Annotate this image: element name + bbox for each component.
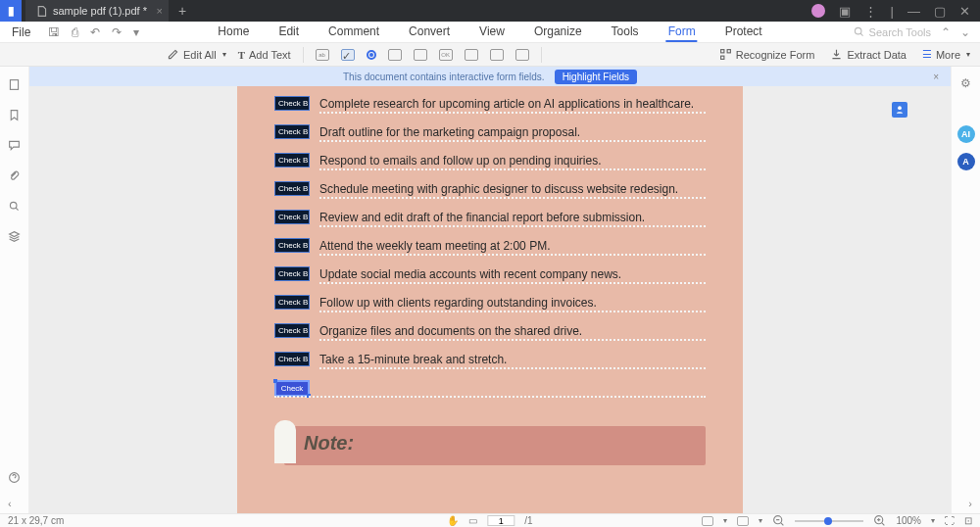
textfield-tool[interactable]: ab [316,49,329,61]
fullscreen-icon[interactable]: ⛶ [945,515,955,526]
highlight-fields-button[interactable]: Highlight Fields [555,70,637,84]
bookmarks-icon[interactable] [8,109,21,121]
comments-icon[interactable] [8,139,21,152]
checkbox-field[interactable]: Check B [274,295,310,310]
layers-icon[interactable] [8,230,21,243]
window-maximize-icon[interactable]: ▢ [934,4,946,19]
checkbox-field[interactable]: Check B [274,181,310,196]
tab-organize[interactable]: Organize [532,23,584,42]
ai-badge[interactable]: AI [957,125,975,143]
banner-close-icon[interactable]: × [933,72,939,82]
collapse-icon[interactable]: ⌄ [960,25,970,39]
checkbox-field[interactable]: Check B [274,96,310,111]
task-row-selected: Check [274,380,706,397]
quick-actions: 🖫 ⎙ ↶ ↷ ▾ [48,25,139,39]
search-tools[interactable]: Search Tools [853,25,931,38]
tab-view[interactable]: View [477,23,507,42]
tab-comment[interactable]: Comment [326,23,381,42]
extract-data-button[interactable]: Extract Data [830,48,906,61]
zoom-value[interactable]: 100% [896,515,921,526]
new-tab-button[interactable]: + [178,3,186,19]
tab-home[interactable]: Home [216,23,251,42]
checkbox-field[interactable]: Check B [274,238,310,253]
select-tool-icon[interactable]: ▭ [468,515,477,526]
viewmode-2-icon[interactable] [737,516,749,526]
scroll-right-icon[interactable]: › [968,498,972,509]
help-icon[interactable] [8,471,21,484]
banner-message: This document contains interactive form … [343,72,545,82]
left-sidebar [0,67,29,513]
tab-close-icon[interactable]: × [157,5,163,17]
svg-point-0 [855,27,861,34]
checkbox-tool[interactable]: ✓ [341,49,355,61]
checkbox-field-selected[interactable]: Check [274,380,310,397]
window-present-icon[interactable]: ▣ [839,4,851,19]
task-row: Check BDraft outline for the marketing c… [274,124,706,139]
page-nav: ✋ ▭ /1 [447,515,532,526]
fit-icon[interactable]: ⊡ [964,515,972,526]
thumbnails-icon[interactable] [8,78,21,91]
checkbox-field[interactable]: Check B [274,266,310,281]
signature-tool[interactable] [490,49,504,61]
checkbox-field[interactable]: Check B [274,210,310,224]
date-tool[interactable] [515,49,529,61]
note-clip-icon [274,420,296,463]
save-icon[interactable]: 🖫 [48,25,60,39]
window-close-icon[interactable]: ✕ [959,4,970,19]
page-viewport[interactable]: Check BComplete research for upcoming ar… [29,86,951,513]
checkbox-field[interactable]: Check B [274,352,310,366]
hamburger-icon: ☰ [922,48,932,61]
task-row: Check BRespond to emails and follow up o… [274,153,706,168]
task-text: Take a 15-minute break and stretch. [319,353,507,366]
add-text-button[interactable]: T Add Text [238,49,291,61]
recognize-form-button[interactable]: Recognize Form [719,48,815,61]
viewmode-1-icon[interactable] [702,516,713,526]
window-minimize-icon[interactable]: — [907,4,920,19]
page-dimensions: 21 x 29,7 cm [8,515,64,526]
zoom-in-icon[interactable] [873,514,886,527]
attachments-icon[interactable] [8,169,21,182]
edit-all-button[interactable]: Edit All▾ [167,48,226,61]
dropdown-icon[interactable]: ▾ [133,25,139,39]
task-text: Follow up with clients regarding outstan… [319,296,597,310]
zoom-slider[interactable] [795,520,863,522]
main-tabs: Home Edit Comment Convert View Organize … [216,23,763,42]
checkbox-field[interactable]: Check B [274,124,310,139]
more-button[interactable]: ☰ More▾ [922,48,970,61]
radio-tool[interactable] [367,50,376,60]
search-panel-icon[interactable] [8,200,21,213]
redo-icon[interactable]: ↷ [112,25,122,39]
tab-convert[interactable]: Convert [407,23,452,42]
tab-protect[interactable]: Protect [723,23,764,42]
expand-up-icon[interactable]: ⌃ [941,25,951,39]
tab-edit[interactable]: Edit [276,23,301,42]
task-row: Check BOrganize files and documents on t… [274,323,706,338]
properties-toggle-icon[interactable]: ⚙ [960,76,971,90]
file-menu[interactable]: File [0,25,42,39]
zoom-out-icon[interactable] [772,514,785,527]
checkbox-field[interactable]: Check B [274,153,310,168]
zoom-knob[interactable] [824,517,832,525]
task-text: Respond to emails and follow up on pendi… [319,154,602,168]
document-tab[interactable]: sample pdf (1).pdf * × [25,0,169,22]
separator [541,47,542,63]
image-tool[interactable] [465,49,478,61]
tab-form[interactable]: Form [666,23,698,42]
tab-tools[interactable]: Tools [610,23,641,42]
task-row: Check BFollow up with clients regarding … [274,295,706,310]
listbox-tool[interactable] [414,49,427,61]
undo-icon[interactable]: ↶ [90,25,100,39]
print-icon[interactable]: ⎙ [72,25,78,39]
hand-tool-icon[interactable]: ✋ [447,515,459,526]
combobox-tool[interactable] [388,49,402,61]
assist-badge[interactable]: A [957,153,975,170]
task-text: Schedule meeting with graphic designer t… [319,182,678,196]
account-avatar[interactable] [811,4,825,18]
page-input[interactable] [487,515,514,526]
scroll-left-icon[interactable]: ‹ [8,498,12,509]
task-row: Check BUpdate social media accounts with… [274,266,706,281]
task-text: Review and edit draft of the financial r… [319,211,645,224]
checkbox-field[interactable]: Check B [274,323,310,338]
button-tool[interactable]: OK [439,49,453,61]
window-menu-icon[interactable]: ⋮ [864,4,877,19]
